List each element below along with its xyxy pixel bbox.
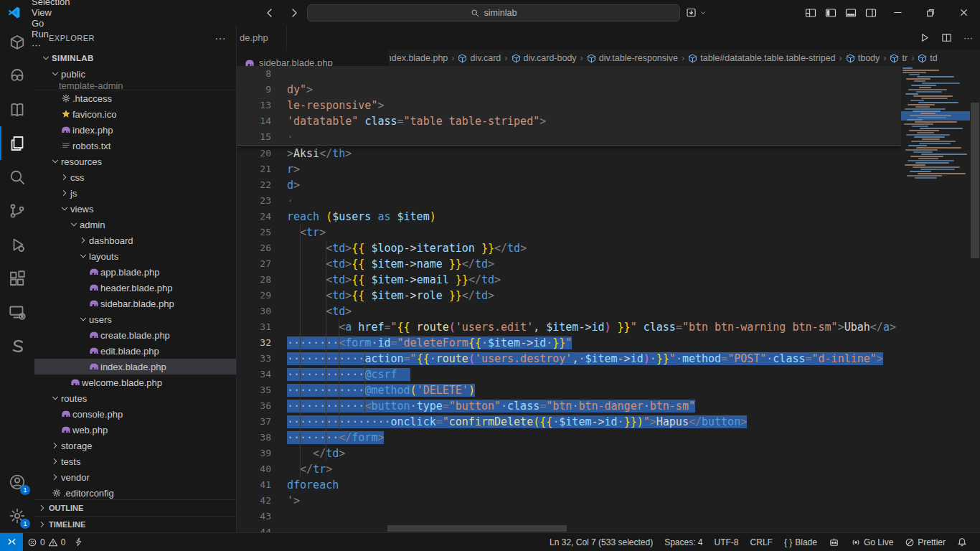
code-line-44[interactable]: 44: [237, 524, 901, 532]
line-number[interactable]: 34: [237, 367, 271, 382]
code-editor[interactable]: 20>Aksi</th>21r>22d>23·24reach ($users a…: [237, 66, 980, 532]
tree-item-index.php[interactable]: index.php: [34, 122, 236, 138]
code-line-37[interactable]: 37················onclick="confirmDelete…: [237, 414, 901, 430]
code-line-25[interactable]: 25 <tr>: [237, 225, 901, 240]
breadcrumb-item[interactable]: tr: [890, 53, 908, 63]
split-editor-icon[interactable]: [941, 32, 952, 43]
status-indentation[interactable]: Spaces: 4: [659, 537, 708, 547]
code-line-24[interactable]: 24reach ($users as $item): [237, 209, 901, 225]
breadcrumb-item[interactable]: div.table-responsive: [587, 53, 678, 63]
code-line-32[interactable]: 32········<form·id="deleteForm{{·$item->…: [237, 335, 901, 351]
line-number[interactable]: 24: [237, 209, 271, 225]
ext-icon[interactable]: [0, 261, 34, 295]
tree-item-console.php[interactable]: console.php: [34, 406, 236, 422]
tree-item-.htaccess[interactable]: .htaccess: [34, 90, 236, 106]
line-number[interactable]: 27: [237, 256, 271, 272]
package-icon[interactable]: [0, 25, 34, 59]
code-line-26[interactable]: 26 <td>{{ $loop->iteration }}</td>: [237, 240, 901, 256]
tree-item-edit.blade.php[interactable]: edit.blade.php: [34, 343, 236, 359]
status-problems[interactable]: 0 0: [23, 533, 70, 551]
code-line-22[interactable]: 22d>: [237, 177, 901, 193]
tree-item-header.blade.php[interactable]: header.blade.php: [34, 280, 236, 296]
line-number[interactable]: 37: [237, 414, 271, 430]
tree-item-layouts[interactable]: layouts: [34, 248, 236, 264]
code-line-15[interactable]: 15·: [237, 129, 901, 145]
code-line-42[interactable]: 42'>: [237, 493, 901, 509]
run-button-icon[interactable]: [919, 32, 930, 43]
code-line-21[interactable]: 21r>: [237, 161, 901, 177]
tree-item-sidebar.blade.php[interactable]: sidebar.blade.php: [34, 296, 236, 311]
breadcrumb-item[interactable]: td: [918, 53, 937, 63]
code-line-34[interactable]: 34············@csrf··: [237, 367, 901, 382]
timeline-section[interactable]: TIMELINE: [34, 516, 236, 532]
toggle-sidebar-icon[interactable]: [825, 7, 837, 19]
outline-section[interactable]: OUTLINE: [34, 499, 236, 516]
tree-item-web.php[interactable]: web.php: [34, 422, 236, 438]
line-number[interactable]: 13: [237, 98, 271, 113]
code-line-27[interactable]: 27 <td>{{ $item->name }}</td>: [237, 256, 901, 272]
line-number[interactable]: 28: [237, 272, 271, 288]
line-number[interactable]: 20: [237, 146, 271, 161]
breadcrumb-item[interactable]: tbody: [846, 53, 880, 63]
line-number[interactable]: 29: [237, 288, 271, 303]
line-number[interactable]: 42: [237, 493, 271, 509]
tree-item-js[interactable]: js: [34, 185, 236, 201]
tree-item-create.blade.php[interactable]: create.blade.php: [34, 327, 236, 343]
search2-icon[interactable]: [0, 160, 34, 194]
line-number[interactable]: 21: [237, 161, 271, 177]
status-go-live[interactable]: Go Live: [845, 537, 899, 547]
code-line-36[interactable]: 36············<button·type="button"·clas…: [237, 398, 901, 414]
tree-item-tests[interactable]: tests: [34, 453, 236, 469]
line-number[interactable]: 41: [237, 477, 271, 493]
line-number[interactable]: 23: [237, 193, 271, 209]
code-line-40[interactable]: 40 </tr>: [237, 461, 901, 477]
tree-item-clipped-template-admin[interactable]: template-admin: [34, 82, 236, 90]
goggles-icon[interactable]: [0, 59, 34, 93]
code-line-33[interactable]: 33············action="{{·route('users.de…: [237, 351, 901, 367]
line-number[interactable]: 40: [237, 461, 271, 477]
line-number[interactable]: 38: [237, 430, 271, 446]
code-line-29[interactable]: 29 <td>{{ $item->role }}</td>: [237, 288, 901, 303]
tree-item-welcome.blade.php[interactable]: welcome.blade.php: [34, 375, 236, 390]
status-language-mode[interactable]: { } Blade: [778, 537, 823, 547]
line-number[interactable]: 15: [237, 129, 271, 145]
code-line-43[interactable]: 43: [237, 509, 901, 524]
debug-icon[interactable]: [0, 227, 34, 261]
remote-indicator-button[interactable]: [0, 533, 23, 551]
line-number[interactable]: 25: [237, 225, 271, 240]
tree-item-public[interactable]: public: [34, 66, 236, 82]
book-icon[interactable]: [0, 93, 34, 126]
breadcrumb-item[interactable]: div.card: [458, 53, 501, 63]
status-cursor-position[interactable]: Ln 32, Col 7 (533 selected): [544, 537, 659, 547]
breadcrumb-item[interactable]: div.card-body: [512, 53, 577, 63]
minimize-button[interactable]: [881, 0, 914, 25]
tree-item-storage[interactable]: storage: [34, 438, 236, 453]
remote-icon[interactable]: [0, 295, 34, 329]
toggle-secondary-sidebar-icon[interactable]: [865, 7, 877, 19]
code-line-38[interactable]: 38········</form>: [237, 430, 901, 446]
code-line-35[interactable]: 35············@method('DELETE'): [237, 382, 901, 398]
line-number[interactable]: 14: [237, 113, 271, 129]
copilot-dropdown-button[interactable]: [686, 0, 707, 25]
status-eol[interactable]: CRLF: [745, 537, 778, 547]
explorer-more-actions-icon[interactable]: ···: [215, 32, 227, 44]
tree-item-css[interactable]: css: [34, 169, 236, 185]
customize-layout-icon[interactable]: [805, 7, 816, 19]
line-number[interactable]: 22: [237, 177, 271, 193]
line-number[interactable]: 43: [237, 509, 271, 524]
tree-item-index.blade.php[interactable]: index.blade.php: [34, 359, 236, 375]
tree-item-views[interactable]: views: [34, 201, 236, 217]
restore-button[interactable]: [914, 0, 947, 25]
files-icon[interactable]: [0, 126, 34, 160]
code-line-31[interactable]: 31 <a href="{{ route('users.edit', $item…: [237, 319, 901, 335]
tree-item-admin[interactable]: admin: [34, 217, 236, 232]
code-line-13[interactable]: 13le-responsive">: [237, 98, 901, 113]
line-number[interactable]: 33: [237, 351, 271, 367]
line-number[interactable]: 32: [237, 335, 271, 351]
minimap[interactable]: [901, 66, 970, 532]
menu-view[interactable]: View: [25, 7, 76, 18]
code-line-41[interactable]: 41dforeach: [237, 477, 901, 493]
code-line-14[interactable]: 14'datatable" class="table table-striped…: [237, 113, 901, 129]
code-line-28[interactable]: 28 <td>{{ $item->email }}</td>: [237, 272, 901, 288]
editor-more-actions-icon[interactable]: ···: [963, 32, 973, 43]
